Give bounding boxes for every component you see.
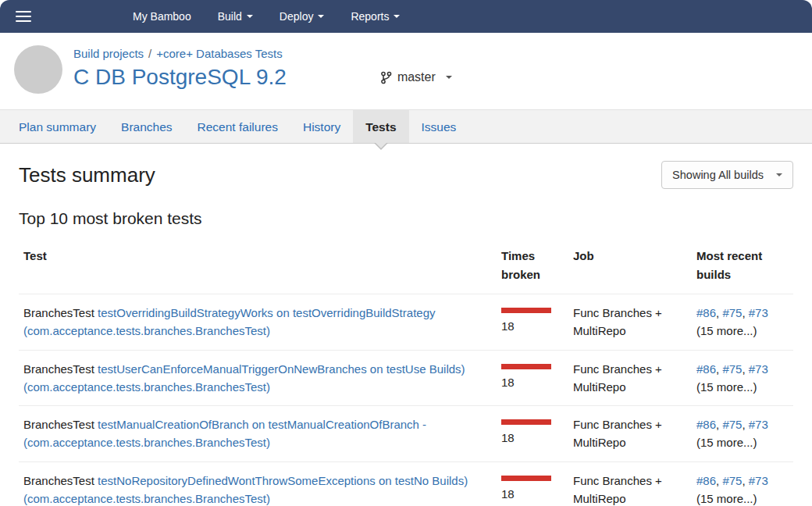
breadcrumb-plan-group-link[interactable]: +core+ Databases Tests <box>156 47 282 60</box>
plan-header-text: Build projects/+core+ Databases Tests C … <box>73 45 452 90</box>
builds-cell: #86, #75, #73 (15 more...) <box>692 461 793 506</box>
col-header-test: Test <box>19 241 497 294</box>
tab-tests[interactable]: Tests <box>353 110 408 143</box>
nav-deploy-label: Deploy <box>280 10 314 23</box>
nav-reports-label: Reports <box>351 10 389 23</box>
branch-selector[interactable]: master <box>380 70 452 84</box>
job-cell: Func Branches + MultiRepo <box>568 461 692 506</box>
chevron-down-icon <box>776 173 782 176</box>
git-branch-icon <box>380 71 392 84</box>
section-title: Top 10 most broken tests <box>19 209 793 228</box>
plan-header: Build projects/+core+ Databases Tests C … <box>0 33 812 109</box>
nav-my-bamboo[interactable]: My Bamboo <box>133 10 191 23</box>
chevron-down-icon <box>318 15 324 18</box>
job-cell: Func Branches + MultiRepo <box>568 406 692 462</box>
primary-nav: My Bamboo Build Deploy Reports <box>133 10 400 23</box>
table-row: BranchesTest testManualCreationOfBranch … <box>19 406 793 462</box>
breadcrumb-build-projects-link[interactable]: Build projects <box>73 47 144 60</box>
plan-title: C DB PostgreSQL 9.2 <box>73 65 287 90</box>
builds-separator: , <box>742 362 748 376</box>
times-broken-value: 18 <box>501 429 557 447</box>
test-cell: BranchesTest testOverridingBuildStrategy… <box>19 294 497 351</box>
build-link[interactable]: #73 <box>749 418 768 431</box>
test-class-prefix: BranchesTest <box>23 474 94 487</box>
branch-name: master <box>397 70 436 84</box>
job-cell: Func Branches + MultiRepo <box>568 294 692 351</box>
times-broken-bar <box>501 476 551 481</box>
times-broken-bar <box>501 364 551 369</box>
times-broken-bar <box>501 308 551 313</box>
build-link[interactable]: #86 <box>696 306 716 319</box>
builds-more-label: (15 more...) <box>696 490 782 506</box>
builds-cell: #86, #75, #73 (15 more...) <box>692 294 793 351</box>
col-header-times-broken: Times broken <box>497 241 568 294</box>
nav-build[interactable]: Build <box>218 10 253 23</box>
test-class-prefix: BranchesTest <box>23 418 94 431</box>
builds-cell: #86, #75, #73 (15 more...) <box>692 406 793 462</box>
build-link[interactable]: #75 <box>722 474 742 487</box>
nav-build-label: Build <box>218 10 242 23</box>
plan-avatar <box>14 45 62 94</box>
times-broken-cell: 18 <box>497 461 568 506</box>
build-link[interactable]: #73 <box>749 306 768 319</box>
build-link[interactable]: #73 <box>749 362 768 376</box>
builds-separator: , <box>742 474 748 487</box>
chevron-down-icon <box>394 15 400 18</box>
times-broken-cell: 18 <box>497 350 568 406</box>
chevron-down-icon <box>446 76 452 79</box>
table-header-row: Test Times broken Job Most recent builds <box>19 241 793 294</box>
table-row: BranchesTest testUserCanEnforceManualTri… <box>19 350 793 406</box>
build-link[interactable]: #73 <box>749 474 768 487</box>
job-cell: Func Branches + MultiRepo <box>568 350 692 406</box>
times-broken-value: 18 <box>501 317 557 335</box>
tab-plan-summary[interactable]: Plan summary <box>6 110 109 143</box>
build-link[interactable]: #86 <box>696 474 716 487</box>
test-class-prefix: BranchesTest <box>23 306 94 319</box>
test-cell: BranchesTest testUserCanEnforceManualTri… <box>19 350 497 406</box>
breadcrumb-separator: / <box>148 47 151 60</box>
hamburger-menu-icon[interactable] <box>16 11 31 22</box>
builds-more-label: (15 more...) <box>696 322 782 340</box>
times-broken-cell: 18 <box>497 294 568 351</box>
builds-more-label: (15 more...) <box>696 433 782 451</box>
plan-tabbar: Plan summary Branches Recent failures Hi… <box>0 109 812 144</box>
page-title: Tests summary <box>19 163 155 187</box>
table-row: BranchesTest testOverridingBuildStrategy… <box>19 294 793 351</box>
nav-deploy[interactable]: Deploy <box>280 10 325 23</box>
col-header-job: Job <box>568 241 692 294</box>
builds-separator: , <box>742 306 748 319</box>
times-broken-value: 18 <box>501 485 557 503</box>
times-broken-bar <box>501 419 551 425</box>
tests-summary-panel: Tests summary Showing All builds Top 10 … <box>0 144 812 506</box>
times-broken-cell: 18 <box>497 406 568 462</box>
tab-branches[interactable]: Branches <box>109 110 184 143</box>
top-navbar: My Bamboo Build Deploy Reports <box>0 0 812 33</box>
showing-builds-dropdown[interactable]: Showing All builds <box>661 161 793 189</box>
chevron-down-icon <box>247 15 253 18</box>
build-link[interactable]: #86 <box>696 418 716 431</box>
test-cell: BranchesTest testNoRepositoryDefinedWont… <box>19 461 497 506</box>
build-link[interactable]: #75 <box>722 362 742 376</box>
build-link[interactable]: #75 <box>722 418 742 431</box>
plan-title-row: C DB PostgreSQL 9.2 master <box>73 65 452 90</box>
times-broken-value: 18 <box>501 373 557 391</box>
bamboo-app-window: My Bamboo Build Deploy Reports Build pro… <box>0 0 812 506</box>
tab-recent-failures[interactable]: Recent failures <box>185 110 290 143</box>
build-link[interactable]: #75 <box>722 306 742 319</box>
showing-builds-label: Showing All builds <box>672 169 764 181</box>
builds-more-label: (15 more...) <box>696 378 782 396</box>
breadcrumb: Build projects/+core+ Databases Tests <box>73 47 452 60</box>
nav-reports[interactable]: Reports <box>351 10 400 23</box>
build-link[interactable]: #86 <box>696 362 716 376</box>
broken-tests-table: Test Times broken Job Most recent builds… <box>19 241 793 506</box>
test-cell: BranchesTest testManualCreationOfBranch … <box>19 406 497 462</box>
builds-cell: #86, #75, #73 (15 more...) <box>692 350 793 406</box>
test-class-prefix: BranchesTest <box>23 362 94 376</box>
tab-history[interactable]: History <box>290 110 353 143</box>
tab-issues[interactable]: Issues <box>409 110 469 143</box>
col-header-most-recent-builds: Most recent builds <box>692 241 793 294</box>
table-row: BranchesTest testNoRepositoryDefinedWont… <box>19 461 793 506</box>
builds-separator: , <box>742 418 748 431</box>
